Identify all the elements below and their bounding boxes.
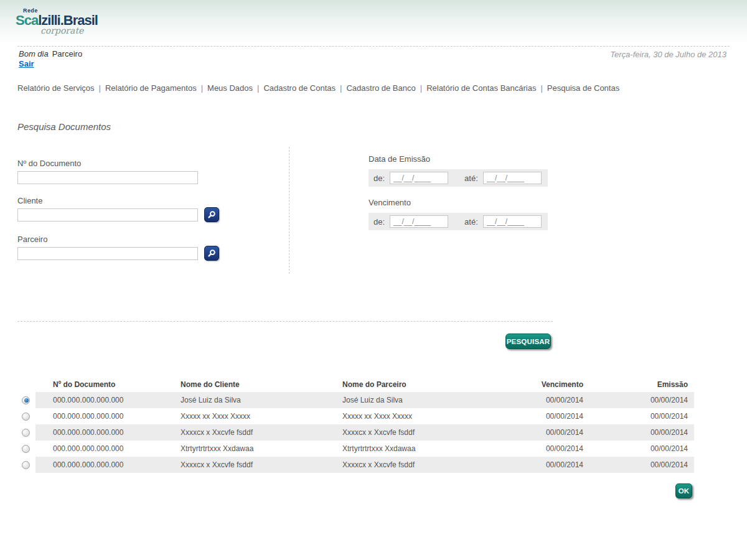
partner-search-button[interactable] (204, 246, 219, 261)
page-title: Pesquisa Documentos (17, 121, 111, 132)
due-from-input[interactable] (390, 215, 448, 228)
partner-label: Parceiro (17, 235, 47, 244)
nav-item-relatorio-pagamentos[interactable]: Relatório de Pagamentos (105, 83, 197, 93)
cell-emission: 00/00/2014 (613, 444, 694, 453)
due-from-label: de: (374, 217, 385, 226)
due-date-label: Vencimento (369, 198, 411, 207)
greeting-text: Bom dia (19, 49, 49, 58)
cell-client: Xtrtyrtrtrtxxx Xxdawaa (181, 444, 342, 453)
user-name: Parceiro (52, 49, 82, 58)
emission-to-label: até: (464, 174, 478, 183)
due-date-range: de: até: (369, 213, 548, 230)
brand-logo: Rede Scalzilli.Brasil corporate (16, 7, 98, 35)
client-label: Cliente (17, 196, 42, 205)
nav-separator: | (99, 83, 101, 93)
cell-emission: 00/00/2014 (613, 412, 694, 421)
emission-date-range: de: até: (369, 169, 548, 187)
header-due: Vencimento (523, 380, 613, 389)
greeting: Bom diaParceiro (19, 49, 82, 58)
results-table: Nº do Documento Nome do Cliente Nome do … (17, 376, 694, 473)
header-client: Nome do Cliente (181, 380, 342, 389)
row-radio[interactable] (22, 445, 30, 453)
table-row: 000.000.000.000.000 Xxxxcx x Xxcvfe fsdd… (17, 457, 694, 473)
cell-due: 00/00/2014 (523, 396, 613, 404)
cell-due: 00/00/2014 (523, 428, 613, 437)
cell-partner: Xxxxx xx Xxxx Xxxxx (342, 412, 523, 421)
cell-document: 000.000.000.000.000 (35, 428, 181, 437)
nav-item-cadastro-contas[interactable]: Cadastro de Contas (263, 83, 336, 93)
row-radio[interactable] (22, 396, 30, 404)
logo-name-teal: Sca (16, 12, 38, 28)
cell-document: 000.000.000.000.000 (35, 444, 181, 453)
cell-document: 000.000.000.000.000 (35, 412, 181, 421)
emission-date-label: Data de Emissão (369, 154, 430, 164)
document-number-input[interactable] (17, 171, 198, 184)
cell-partner: Xxxxcx x Xxcvfe fsddf (342, 428, 523, 437)
nav-item-relatorio-servicos[interactable]: Relatório de Serviços (17, 83, 95, 93)
row-radio[interactable] (22, 461, 30, 469)
cell-client: Xxxxcx x Xxcvfe fsddf (181, 460, 342, 469)
due-to-input[interactable] (483, 215, 542, 228)
nav-item-cadastro-banco[interactable]: Cadastro de Banco (346, 83, 415, 93)
nav-item-meus-dados[interactable]: Meus Dados (207, 83, 253, 93)
cell-partner: José Luiz da Silva (342, 396, 523, 404)
cell-document: 000.000.000.000.000 (35, 460, 181, 469)
ok-button[interactable]: OK (675, 483, 692, 498)
nav-separator: | (340, 83, 342, 93)
nav-item-relatorio-contas-bancarias[interactable]: Relatório de Contas Bancárias (426, 83, 536, 93)
emission-from-input[interactable] (390, 172, 448, 184)
document-number-label: Nº do Documento (17, 159, 81, 168)
current-date: Terça-feira, 30 de Julho de 2013 (610, 50, 726, 59)
cell-client: Xxxxx xx Xxxx Xxxxx (181, 412, 342, 421)
emission-from-label: de: (374, 174, 385, 183)
cell-due: 00/00/2014 (523, 412, 613, 421)
nav-separator: | (540, 83, 542, 93)
table-row: 000.000.000.000.000 Xxxxx xx Xxxx Xxxxx … (17, 408, 694, 424)
header-emission: Emissão (613, 380, 694, 389)
cell-client: José Luiz da Silva (181, 396, 342, 404)
row-radio[interactable] (22, 429, 30, 437)
cell-emission: 00/00/2014 (613, 460, 694, 469)
search-icon (207, 249, 216, 258)
radio-column-header (17, 376, 35, 392)
logout-link[interactable]: Sair (19, 59, 34, 68)
table-header-row: Nº do Documento Nome do Cliente Nome do … (17, 376, 694, 392)
nav-separator: | (201, 83, 203, 93)
cell-partner: Xtrtyrtrtrtxxx Xxdawaa (342, 444, 523, 453)
form-bottom-divider (17, 321, 553, 322)
nav-item-pesquisa-contas[interactable]: Pesquisa de Contas (547, 83, 619, 93)
cell-client: Xxxxcx x Xxcvfe fsddf (181, 428, 342, 437)
table-row: 000.000.000.000.000 Xtrtyrtrtrtxxx Xxdaw… (17, 441, 694, 457)
cell-emission: 00/00/2014 (613, 396, 694, 404)
search-icon (207, 210, 216, 219)
page: Rede Scalzilli.Brasil corporate Bom diaP… (0, 0, 747, 560)
row-radio[interactable] (22, 413, 30, 421)
table-row: 000.000.000.000.000 Xxxxcx x Xxcvfe fsdd… (17, 424, 694, 441)
due-to-label: até: (464, 217, 478, 226)
cell-due: 00/00/2014 (523, 460, 613, 469)
logo-name: Scalzilli.Brasil (16, 14, 98, 27)
main-nav: Relatório de Serviços|Relatório de Pagam… (17, 83, 619, 93)
cell-emission: 00/00/2014 (613, 428, 694, 437)
header-gradient (0, 0, 747, 44)
table-row: 000.000.000.000.000 José Luiz da Silva J… (17, 392, 694, 408)
client-input[interactable] (17, 208, 198, 222)
cell-partner: Xxxxcx x Xxcvfe fsddf (342, 460, 523, 469)
client-search-button[interactable] (204, 207, 219, 222)
nav-separator: | (420, 83, 422, 93)
header-partner: Nome do Parceiro (342, 380, 523, 389)
cell-document: 000.000.000.000.000 (35, 396, 181, 404)
cell-due: 00/00/2014 (523, 444, 613, 453)
header-divider (17, 46, 730, 47)
partner-input[interactable] (17, 247, 198, 260)
emission-to-input[interactable] (483, 172, 542, 184)
form-column-divider (289, 147, 289, 274)
search-submit-button[interactable]: PESQUISAR (505, 334, 551, 349)
nav-separator: | (257, 83, 259, 93)
header-document: Nº do Documento (35, 380, 181, 389)
